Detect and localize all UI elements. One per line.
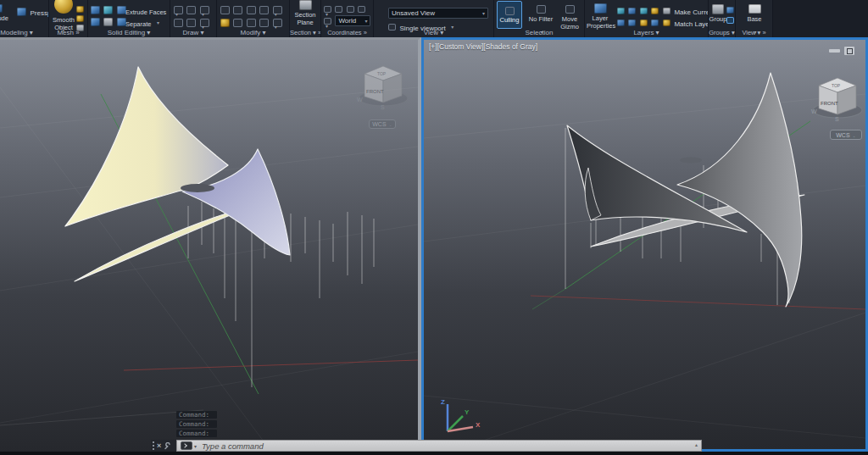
compass-south-label[interactable]: S — [835, 116, 839, 122]
restore-icon[interactable] — [844, 47, 854, 55]
no-filter-label: No Filter — [526, 16, 555, 24]
drag-handle-icon[interactable] — [153, 441, 154, 450]
make-current-icon — [663, 8, 670, 14]
ucs-icon[interactable] — [324, 6, 331, 13]
minimize-icon[interactable] — [829, 49, 840, 53]
solid-row-2 — [91, 14, 126, 29]
slice-icon[interactable] — [91, 18, 100, 26]
ucs-axis-icon: Z Y X — [441, 398, 481, 431]
array-icon[interactable] — [273, 19, 282, 27]
command-prompt-icon[interactable] — [181, 441, 192, 450]
panel-label-solid-editing[interactable]: Solid Editing ▾ — [88, 29, 170, 36]
panel-view2: Base View ▾ » — [736, 0, 773, 37]
panel-label-view[interactable]: View ▾ — [374, 29, 493, 36]
right-viewport-active[interactable]: Z Y X [+][Custom View][Shades of Gray] W… — [421, 37, 868, 452]
move-gizmo-button[interactable]: Move Gizmo — [557, 1, 582, 31]
panel-label-draw[interactable]: Draw ▾ — [170, 29, 216, 36]
unsaved-view-value: Unsaved View — [392, 9, 435, 17]
viewcube-right[interactable]: W S TOP FRONT — [810, 70, 866, 131]
world-dropdown[interactable]: World▾ — [335, 15, 370, 26]
close-icon[interactable]: × — [157, 440, 161, 452]
layer-unisolate-icon[interactable] — [628, 19, 636, 26]
viewport-controls-label[interactable]: [+][Custom View][Shades of Gray] — [429, 42, 537, 51]
move-icon[interactable] — [220, 6, 230, 14]
panel-label-layers[interactable]: Layers ▾ — [585, 29, 708, 36]
canopy-light-surface[interactable] — [677, 73, 802, 307]
erase-icon[interactable] — [220, 19, 230, 27]
viewcube-left[interactable]: W S TOP FRONT — [356, 58, 412, 119]
line-icon[interactable] — [186, 6, 196, 14]
panel-label-section[interactable]: Section ▾ » — [290, 29, 320, 36]
presspull-icon — [17, 8, 26, 16]
command-history-line: Command: — [176, 420, 217, 428]
offset-icon[interactable] — [259, 19, 269, 27]
layer-lock-icon[interactable] — [640, 8, 648, 14]
viewcube-top-label: TOP — [377, 71, 387, 76]
panel-label-groups[interactable]: Groups ▾ — [709, 29, 735, 36]
left-viewport[interactable]: W S TOP FRONT WCS⌄ — [0, 37, 421, 452]
layer-properties-icon — [594, 3, 607, 14]
culling-button[interactable]: Culling — [497, 1, 522, 29]
layer-isolate-icon[interactable] — [617, 19, 625, 26]
separate-button[interactable]: Separate — [125, 14, 159, 30]
group-edit-button[interactable] — [726, 12, 734, 27]
command-input[interactable] — [197, 441, 701, 451]
compass-south-label[interactable]: S — [381, 104, 385, 110]
shell-icon[interactable] — [103, 18, 113, 26]
extrude-button[interactable]: Extrude — [0, 0, 8, 23]
panel-groups: Group Groups ▾ — [709, 0, 736, 37]
panel-label-view2[interactable]: View ▾ » — [736, 29, 772, 36]
panel-label-modeling[interactable]: Modeling ▾ — [0, 29, 48, 36]
ucs-origin-icon[interactable] — [347, 6, 354, 13]
compass-west-label[interactable]: W — [357, 97, 363, 103]
command-input-field[interactable]: ▾ ▲ — [176, 440, 702, 452]
fillet-icon[interactable] — [259, 6, 269, 14]
presspull-button[interactable]: Presspull — [17, 3, 49, 19]
panel-modify: Modify ▾ — [217, 0, 290, 37]
group-button[interactable]: Group — [709, 1, 727, 24]
panel-label-modify[interactable]: Modify ▾ — [217, 29, 289, 36]
wcs-dropdown-left[interactable]: WCS⌄ — [369, 119, 396, 129]
wcs-dropdown-right[interactable]: WCS⌄ — [830, 130, 862, 140]
expand-history-icon[interactable]: ▲ — [694, 442, 698, 447]
viewcube-front-label: FRONT — [821, 101, 838, 106]
command-bar-grip[interactable]: × — [151, 440, 176, 452]
panel-label-selection[interactable]: Selection — [494, 29, 584, 36]
ribbon-empty-area — [773, 0, 868, 37]
mirror-icon[interactable] — [247, 6, 256, 14]
rotate-icon[interactable] — [233, 6, 242, 14]
layer-properties-button[interactable]: Layer Properties — [587, 0, 614, 30]
layer-on-icon[interactable] — [617, 8, 625, 14]
polyline-icon[interactable] — [174, 6, 183, 14]
panel-selection: Culling No Filter Move Gizmo Selection — [494, 0, 585, 37]
rectangle-icon[interactable] — [186, 19, 196, 27]
panel-label-mesh[interactable]: Mesh » — [49, 29, 87, 36]
arc-icon[interactable] — [200, 19, 209, 27]
chevron-down-icon: ▾ — [364, 17, 367, 26]
scale-icon[interactable] — [247, 19, 256, 27]
modify-row-2 — [220, 14, 282, 30]
panel-label-coordinates[interactable]: Coordinates » — [321, 29, 373, 36]
ucs-named-icon[interactable] — [324, 18, 331, 25]
ucs-world-icon[interactable] — [335, 6, 342, 13]
presspull-label: Presspull — [30, 9, 49, 17]
layer-walk-icon[interactable] — [651, 19, 659, 26]
compass-west-label[interactable]: W — [811, 108, 817, 114]
chevron-down-icon: ⌄ — [853, 133, 856, 138]
customize-wrench-icon[interactable] — [164, 442, 171, 450]
unsaved-view-dropdown[interactable]: Unsaved View▾ — [388, 8, 488, 19]
layer-color-icon[interactable] — [651, 8, 659, 14]
right-viewport-canvas[interactable]: Z Y X — [424, 40, 865, 449]
canopy-yellow-surface[interactable] — [65, 67, 228, 226]
layer-freeze-icon[interactable] — [628, 8, 636, 14]
smooth-object-button[interactable]: Smooth Object — [53, 0, 75, 31]
ucs-z-axis-icon[interactable] — [358, 6, 365, 13]
circle-icon[interactable] — [200, 6, 209, 14]
explode-icon[interactable] — [233, 19, 242, 27]
polygon-icon[interactable] — [174, 19, 183, 27]
layer-off-icon[interactable] — [640, 19, 648, 26]
section-plane-button[interactable]: Section Plane — [292, 0, 319, 26]
saddle-gap — [680, 158, 702, 164]
trim-icon[interactable] — [273, 6, 282, 14]
match-layer-button[interactable]: Match Layer — [663, 14, 709, 30]
